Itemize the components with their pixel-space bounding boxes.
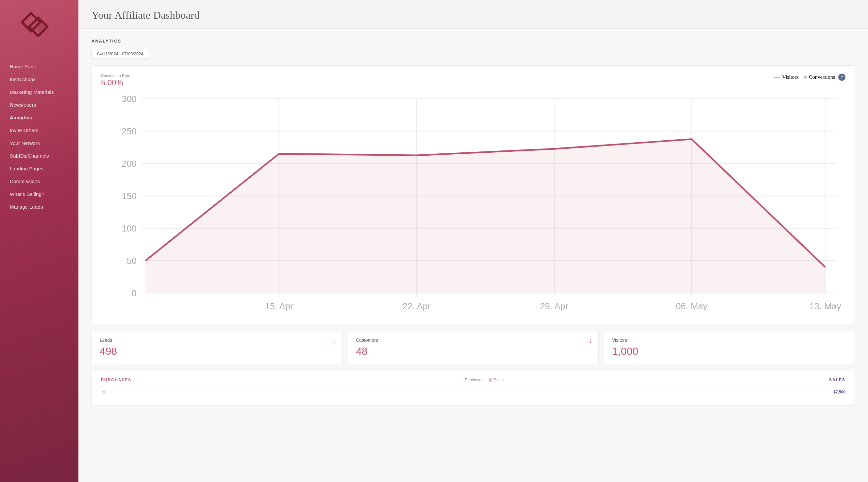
stats-row: ↓ Leads 498 ↓ Customers 48 Visitors 1,00… [92,331,855,364]
legend-purchases-line [457,380,463,380]
svg-text:13. May: 13. May [809,301,841,311]
legend-visitors-label: Visitors [782,74,798,80]
sidebar: Home PageInstructionsMarketing Materials… [0,0,79,482]
sidebar-item-newsletters[interactable]: Newsletters [0,98,79,111]
svg-text:300: 300 [122,94,136,104]
sales-title: SALES [829,378,845,382]
chart-header: Conversion Rate 5.00% Visitors Conversio… [101,73,845,87]
customers-value: 48 [356,345,591,357]
sidebar-item-invite-others[interactable]: Invite Others [0,124,79,137]
purchases-chart-card: PURCHASES Purchases Sales SALES 18 $7,50… [92,371,855,405]
sidebar-item-analytics[interactable]: Analytics [0,111,79,124]
sidebar-item-your-network[interactable]: Your Network [0,137,79,149]
legend-conversions-label: Conversions [809,74,835,80]
purchases-title: PURCHASES [101,378,131,382]
logo [21,10,57,47]
leads-label: Leads [100,337,334,343]
chart-legend: Visitors Conversions ? [774,73,845,81]
sidebar-nav: Home PageInstructionsMarketing Materials… [0,60,79,213]
analytics-chart-card: Conversion Rate 5.00% Visitors Conversio… [92,65,855,324]
sidebar-item-whats-selling[interactable]: What's Selling? [0,188,79,201]
svg-text:29. Apr: 29. Apr [540,301,568,311]
customers-download-icon[interactable]: ↓ [589,337,592,344]
purchases-y-max: 18 [101,390,105,394]
sidebar-item-commissions[interactable]: Commissions [0,175,79,188]
svg-text:150: 150 [122,191,136,201]
legend-sales-label: Sales [494,378,504,382]
legend-visitors: Visitors [774,74,798,80]
svg-text:0: 0 [132,288,136,298]
visitors-value: 1,000 [612,345,847,357]
sidebar-item-landing-pages[interactable]: Landing Pages [0,162,79,175]
main-content-area: Your Affiliate Dashboard ANALYTICS 04/11… [79,0,868,482]
stat-card-visitors: Visitors 1,000 [604,331,855,364]
legend-conversions-dot [804,76,807,79]
page-title: Your Affiliate Dashboard [92,9,855,21]
conversion-rate-label: Conversion Rate [101,73,130,78]
purchases-y-top: 18 $7,500 [101,386,845,399]
svg-text:50: 50 [127,256,136,266]
analytics-section-title: ANALYTICS [92,38,855,43]
svg-marker-22 [146,139,825,293]
chart-header-left: Conversion Rate 5.00% [101,73,130,87]
sales-value: $7,500 [833,390,845,394]
legend-visitors-line [774,77,780,78]
svg-text:15. Apr: 15. Apr [265,301,293,311]
purchases-chart-area [107,386,831,399]
sidebar-item-marketing-materials[interactable]: Marketing Materials [0,86,79,98]
svg-text:22. Apr: 22. Apr [403,301,431,311]
help-icon[interactable]: ? [838,73,845,81]
date-range-button[interactable]: 04/11/2024 - 07/09/2024 [92,49,149,59]
stat-card-customers: ↓ Customers 48 [348,331,599,364]
legend-sales-item: Sales [489,378,504,382]
visitors-chart: 300 250 200 150 100 50 0 15. Apr [101,91,845,317]
main-content: ANALYTICS 04/11/2024 - 07/09/2024 Conver… [79,29,868,482]
purchases-legend: Purchases Sales [457,378,504,382]
svg-text:250: 250 [122,126,136,137]
customers-label: Customers [356,337,591,343]
purchases-header: PURCHASES Purchases Sales SALES [101,378,845,382]
legend-purchases-label: Purchases [465,378,483,382]
sidebar-item-subids-channels[interactable]: SubIDs/Channels [0,149,79,162]
conversion-rate-value: 5.00% [101,78,130,87]
svg-text:100: 100 [122,223,136,234]
main-header: Your Affiliate Dashboard [79,0,868,29]
sidebar-item-manage-leads[interactable]: Manage Leads [0,201,79,213]
sidebar-item-instructions[interactable]: Instructions [0,73,79,86]
sidebar-item-home-page[interactable]: Home Page [0,60,79,73]
visitors-label: Visitors [612,337,847,343]
legend-purchases-item: Purchases [457,378,483,382]
legend-conversions: Conversions [804,74,835,80]
svg-text:200: 200 [122,159,136,169]
stat-card-leads: ↓ Leads 498 [92,331,342,364]
legend-sales-dot [489,378,492,382]
svg-text:06. May: 06. May [676,301,708,311]
leads-value: 498 [100,345,334,357]
leads-download-icon[interactable]: ↓ [333,337,336,344]
